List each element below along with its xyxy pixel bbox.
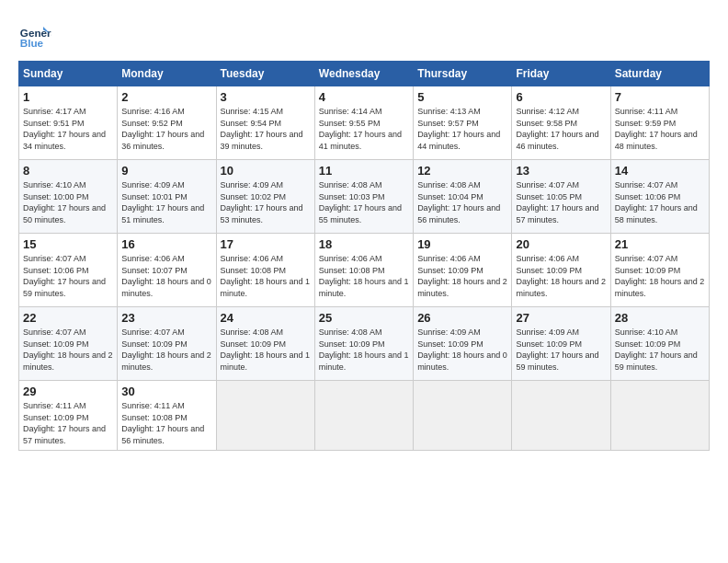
calendar-cell: 21Sunrise: 4:07 AMSunset: 10:09 PMDaylig… bbox=[610, 234, 709, 307]
day-info: Sunrise: 4:10 AMSunset: 10:00 PMDaylight… bbox=[23, 179, 113, 225]
day-info: Sunrise: 4:06 AMSunset: 10:08 PMDaylight… bbox=[221, 253, 311, 299]
day-number: 17 bbox=[221, 237, 311, 251]
day-number: 9 bbox=[121, 164, 211, 178]
day-number: 10 bbox=[221, 164, 311, 178]
week-row-4: 22Sunrise: 4:07 AMSunset: 10:09 PMDaylig… bbox=[19, 307, 710, 381]
day-number: 30 bbox=[121, 385, 211, 398]
calendar-cell: 9Sunrise: 4:09 AMSunset: 10:01 PMDayligh… bbox=[118, 160, 216, 234]
day-info: Sunrise: 4:09 AMSunset: 10:02 PMDaylight… bbox=[221, 179, 311, 225]
day-number: 15 bbox=[23, 237, 113, 251]
day-info: Sunrise: 4:07 AMSunset: 10:06 PMDaylight… bbox=[23, 253, 113, 299]
calendar-cell: 29Sunrise: 4:11 AMSunset: 10:09 PMDaylig… bbox=[19, 381, 118, 451]
day-info: Sunrise: 4:06 AMSunset: 10:07 PMDaylight… bbox=[121, 253, 211, 299]
day-number: 4 bbox=[319, 90, 409, 104]
calendar-cell: 27Sunrise: 4:09 AMSunset: 10:09 PMDaylig… bbox=[512, 307, 610, 381]
svg-text:Blue: Blue bbox=[20, 37, 44, 49]
day-info: Sunrise: 4:13 AMSunset: 9:57 PMDaylight:… bbox=[417, 106, 507, 152]
calendar-cell: 20Sunrise: 4:06 AMSunset: 10:09 PMDaylig… bbox=[512, 234, 610, 307]
calendar-cell: 23Sunrise: 4:07 AMSunset: 10:09 PMDaylig… bbox=[118, 307, 216, 381]
calendar-cell: 12Sunrise: 4:08 AMSunset: 10:04 PMDaylig… bbox=[414, 160, 512, 234]
day-number: 22 bbox=[23, 311, 113, 325]
page-header: General Blue bbox=[18, 18, 710, 52]
day-number: 12 bbox=[417, 164, 507, 178]
calendar-table: SundayMondayTuesdayWednesdayThursdayFrid… bbox=[18, 61, 710, 451]
day-number: 26 bbox=[417, 311, 507, 325]
day-info: Sunrise: 4:12 AMSunset: 9:58 PMDaylight:… bbox=[516, 106, 606, 152]
day-info: Sunrise: 4:08 AMSunset: 10:03 PMDaylight… bbox=[319, 179, 409, 225]
calendar-cell: 7Sunrise: 4:11 AMSunset: 9:59 PMDaylight… bbox=[610, 86, 709, 160]
day-info: Sunrise: 4:17 AMSunset: 9:51 PMDaylight:… bbox=[23, 106, 113, 152]
day-number: 18 bbox=[319, 237, 409, 251]
week-row-1: 1Sunrise: 4:17 AMSunset: 9:51 PMDaylight… bbox=[19, 86, 710, 160]
day-info: Sunrise: 4:15 AMSunset: 9:54 PMDaylight:… bbox=[221, 106, 311, 152]
day-info: Sunrise: 4:06 AMSunset: 10:08 PMDaylight… bbox=[319, 253, 409, 299]
day-info: Sunrise: 4:11 AMSunset: 10:09 PMDaylight… bbox=[23, 400, 113, 446]
day-info: Sunrise: 4:16 AMSunset: 9:52 PMDaylight:… bbox=[121, 106, 211, 152]
day-info: Sunrise: 4:09 AMSunset: 10:09 PMDaylight… bbox=[516, 327, 606, 373]
day-info: Sunrise: 4:09 AMSunset: 10:01 PMDaylight… bbox=[121, 179, 211, 225]
day-number: 24 bbox=[221, 311, 311, 325]
header-tuesday: Tuesday bbox=[216, 62, 314, 86]
day-number: 16 bbox=[121, 237, 211, 251]
header-sunday: Sunday bbox=[19, 62, 118, 86]
week-row-5: 29Sunrise: 4:11 AMSunset: 10:09 PMDaylig… bbox=[19, 381, 710, 451]
calendar-cell: 3Sunrise: 4:15 AMSunset: 9:54 PMDaylight… bbox=[216, 86, 314, 160]
calendar-header: SundayMondayTuesdayWednesdayThursdayFrid… bbox=[19, 62, 710, 86]
calendar-cell: 25Sunrise: 4:08 AMSunset: 10:09 PMDaylig… bbox=[314, 307, 413, 381]
day-info: Sunrise: 4:07 AMSunset: 10:06 PMDaylight… bbox=[615, 179, 705, 225]
calendar-cell: 17Sunrise: 4:06 AMSunset: 10:08 PMDaylig… bbox=[216, 234, 314, 307]
logo: General Blue bbox=[18, 18, 51, 52]
day-number: 3 bbox=[221, 90, 311, 104]
calendar-cell: 1Sunrise: 4:17 AMSunset: 9:51 PMDaylight… bbox=[19, 86, 118, 160]
calendar-cell: 16Sunrise: 4:06 AMSunset: 10:07 PMDaylig… bbox=[118, 234, 216, 307]
day-info: Sunrise: 4:07 AMSunset: 10:09 PMDaylight… bbox=[121, 327, 211, 373]
day-info: Sunrise: 4:06 AMSunset: 10:09 PMDaylight… bbox=[417, 253, 507, 299]
calendar-cell bbox=[512, 381, 610, 451]
week-row-3: 15Sunrise: 4:07 AMSunset: 10:06 PMDaylig… bbox=[19, 234, 710, 307]
day-number: 27 bbox=[516, 311, 606, 325]
calendar-cell: 18Sunrise: 4:06 AMSunset: 10:08 PMDaylig… bbox=[314, 234, 413, 307]
calendar-cell: 24Sunrise: 4:08 AMSunset: 10:09 PMDaylig… bbox=[216, 307, 314, 381]
calendar-cell: 6Sunrise: 4:12 AMSunset: 9:58 PMDaylight… bbox=[512, 86, 610, 160]
calendar-cell: 26Sunrise: 4:09 AMSunset: 10:09 PMDaylig… bbox=[414, 307, 512, 381]
day-number: 25 bbox=[319, 311, 409, 325]
calendar-cell: 30Sunrise: 4:11 AMSunset: 10:08 PMDaylig… bbox=[118, 381, 216, 451]
header-thursday: Thursday bbox=[414, 62, 512, 86]
day-info: Sunrise: 4:07 AMSunset: 10:09 PMDaylight… bbox=[23, 327, 113, 373]
day-info: Sunrise: 4:10 AMSunset: 10:09 PMDaylight… bbox=[615, 327, 705, 373]
calendar-cell bbox=[610, 381, 709, 451]
header-wednesday: Wednesday bbox=[314, 62, 413, 86]
day-info: Sunrise: 4:14 AMSunset: 9:55 PMDaylight:… bbox=[319, 106, 409, 152]
header-friday: Friday bbox=[512, 62, 610, 86]
day-number: 11 bbox=[319, 164, 409, 178]
day-number: 28 bbox=[615, 311, 705, 325]
calendar-cell: 28Sunrise: 4:10 AMSunset: 10:09 PMDaylig… bbox=[610, 307, 709, 381]
calendar-cell: 19Sunrise: 4:06 AMSunset: 10:09 PMDaylig… bbox=[414, 234, 512, 307]
header-monday: Monday bbox=[118, 62, 216, 86]
day-number: 13 bbox=[516, 164, 606, 178]
day-info: Sunrise: 4:08 AMSunset: 10:04 PMDaylight… bbox=[417, 179, 507, 225]
calendar-cell: 10Sunrise: 4:09 AMSunset: 10:02 PMDaylig… bbox=[216, 160, 314, 234]
header-saturday: Saturday bbox=[610, 62, 709, 86]
calendar-cell: 8Sunrise: 4:10 AMSunset: 10:00 PMDayligh… bbox=[19, 160, 118, 234]
day-info: Sunrise: 4:07 AMSunset: 10:09 PMDaylight… bbox=[615, 253, 705, 299]
day-info: Sunrise: 4:11 AMSunset: 9:59 PMDaylight:… bbox=[615, 106, 705, 152]
week-row-2: 8Sunrise: 4:10 AMSunset: 10:00 PMDayligh… bbox=[19, 160, 710, 234]
day-info: Sunrise: 4:08 AMSunset: 10:09 PMDaylight… bbox=[319, 327, 409, 373]
day-number: 5 bbox=[417, 90, 507, 104]
day-number: 8 bbox=[23, 164, 113, 178]
calendar-cell bbox=[414, 381, 512, 451]
calendar-cell: 11Sunrise: 4:08 AMSunset: 10:03 PMDaylig… bbox=[314, 160, 413, 234]
day-number: 23 bbox=[121, 311, 211, 325]
calendar-cell: 4Sunrise: 4:14 AMSunset: 9:55 PMDaylight… bbox=[314, 86, 413, 160]
calendar-cell: 14Sunrise: 4:07 AMSunset: 10:06 PMDaylig… bbox=[610, 160, 709, 234]
calendar-cell bbox=[216, 381, 314, 451]
day-info: Sunrise: 4:08 AMSunset: 10:09 PMDaylight… bbox=[221, 327, 311, 373]
day-number: 14 bbox=[615, 164, 705, 178]
day-info: Sunrise: 4:09 AMSunset: 10:09 PMDaylight… bbox=[417, 327, 507, 373]
calendar-cell: 22Sunrise: 4:07 AMSunset: 10:09 PMDaylig… bbox=[19, 307, 118, 381]
day-number: 20 bbox=[516, 237, 606, 251]
calendar-cell: 5Sunrise: 4:13 AMSunset: 9:57 PMDaylight… bbox=[414, 86, 512, 160]
calendar-cell bbox=[314, 381, 413, 451]
day-info: Sunrise: 4:11 AMSunset: 10:08 PMDaylight… bbox=[121, 400, 211, 446]
